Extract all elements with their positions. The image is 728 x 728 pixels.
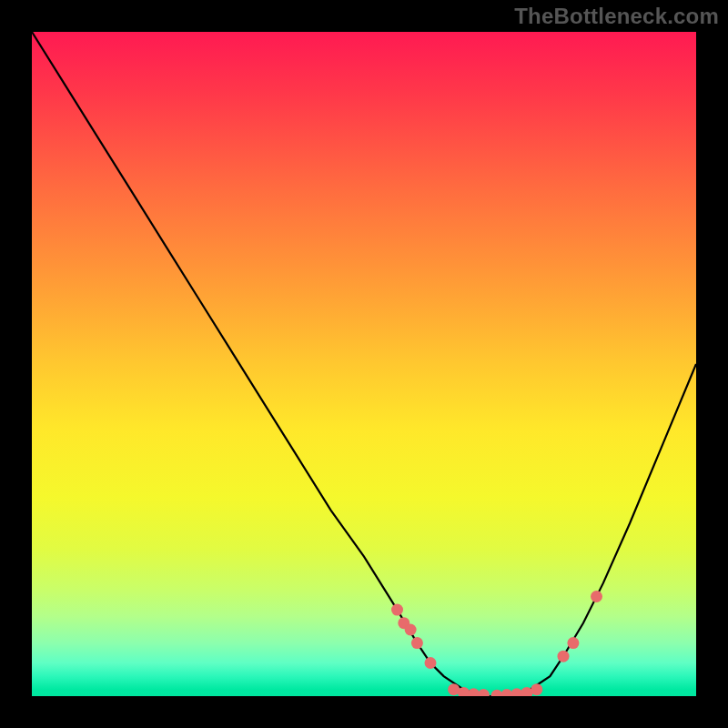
data-dot: [591, 591, 602, 602]
curve-dots: [391, 591, 602, 696]
data-dot: [567, 637, 579, 649]
chart-frame: TheBottleneck.com: [0, 0, 728, 728]
data-dot: [405, 624, 417, 636]
data-dot: [531, 683, 542, 695]
data-dot: [558, 651, 570, 662]
data-dot: [425, 657, 437, 669]
data-dot: [500, 689, 512, 696]
data-dot: [411, 637, 423, 649]
data-dot: [391, 604, 403, 616]
plot-area: [32, 32, 696, 696]
data-dot: [478, 689, 490, 696]
curve-layer: [32, 32, 696, 696]
watermark-text: TheBottleneck.com: [514, 4, 719, 29]
